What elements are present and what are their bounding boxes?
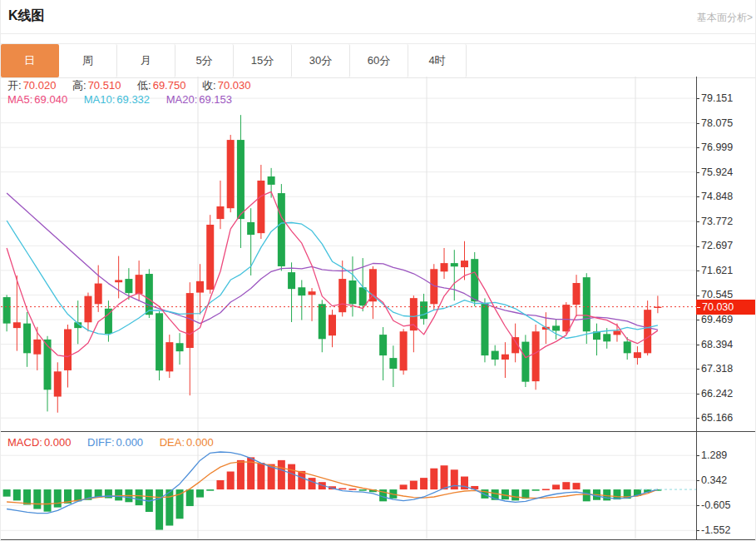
macd-bar bbox=[298, 471, 305, 489]
candle-body bbox=[176, 343, 184, 351]
candle-body bbox=[481, 303, 488, 355]
ma5-value: 69.040 bbox=[34, 93, 67, 106]
pane-divider bbox=[1, 431, 755, 432]
axis-tick-label: 75.924 bbox=[696, 166, 733, 179]
macd-bar bbox=[583, 489, 590, 501]
candle-body bbox=[216, 206, 224, 219]
tab-4hour[interactable]: 4时 bbox=[408, 44, 467, 77]
macd-bar bbox=[338, 488, 346, 489]
candle-body bbox=[237, 140, 245, 219]
macd-bar bbox=[54, 489, 62, 508]
axis-tick-label: -1.552 bbox=[696, 524, 730, 537]
kline-canvas[interactable] bbox=[1, 77, 696, 540]
candle-body bbox=[562, 305, 570, 331]
candle-body bbox=[247, 222, 254, 235]
macd-bar bbox=[348, 489, 356, 490]
candle-body bbox=[451, 263, 458, 266]
macd-bar bbox=[196, 489, 204, 498]
axis-tick-label: -0.605 bbox=[696, 499, 730, 512]
candle-body bbox=[521, 342, 529, 382]
candle-body bbox=[125, 279, 132, 293]
candle-body bbox=[54, 371, 62, 396]
macd-bar bbox=[288, 464, 295, 489]
candle-body bbox=[441, 263, 448, 271]
diff-label: DIFF: bbox=[87, 436, 115, 449]
candle-body bbox=[3, 297, 11, 324]
current-price-value: 70.030 bbox=[702, 301, 734, 313]
macd-bar bbox=[115, 489, 122, 500]
axis-tick-label: 71.621 bbox=[696, 264, 733, 277]
macd-bar bbox=[441, 465, 448, 489]
kline-widget: K线图 基本面分析> 日 周 月 5分 15分 30分 60分 4时 开:70.… bbox=[0, 0, 756, 541]
candle-body bbox=[44, 340, 52, 390]
candle-body bbox=[206, 225, 214, 290]
candle-body bbox=[348, 280, 356, 304]
high-value: 70.510 bbox=[88, 79, 121, 92]
axis-tick-label: 1.289 bbox=[696, 449, 727, 462]
macd-bar bbox=[166, 489, 173, 525]
macd-bar bbox=[3, 489, 11, 497]
low-label: 低: bbox=[137, 79, 151, 92]
current-price-badge: 70.030 bbox=[696, 300, 756, 315]
macd-bar bbox=[186, 489, 194, 506]
tab-60min[interactable]: 60分 bbox=[350, 44, 408, 77]
open-label: 开: bbox=[7, 79, 22, 92]
candle-body bbox=[400, 331, 408, 370]
axis-tick-label: 72.697 bbox=[696, 239, 733, 252]
candle-body bbox=[624, 341, 631, 353]
macd-bar bbox=[410, 481, 418, 489]
candle-body bbox=[634, 352, 641, 358]
candle-body bbox=[573, 283, 581, 305]
axis-tick-label: 66.242 bbox=[696, 387, 733, 400]
dea-line bbox=[7, 462, 658, 504]
macd-bar bbox=[13, 489, 21, 500]
tab-30min[interactable]: 30分 bbox=[292, 44, 350, 77]
ohlc-info: 开:70.020 高:70.510 低:69.750 收:70.030 bbox=[7, 78, 252, 93]
candle-body bbox=[379, 335, 387, 355]
candle-body bbox=[156, 313, 163, 370]
macd-bar bbox=[156, 489, 163, 530]
macd-bar bbox=[237, 460, 245, 489]
dea-value: 0.000 bbox=[186, 436, 214, 449]
page-title: K线图 bbox=[8, 7, 45, 25]
macd-bar bbox=[359, 489, 367, 491]
candle-body bbox=[278, 193, 285, 266]
period-tabs: 日 周 月 5分 15分 30分 60分 4时 bbox=[1, 43, 755, 78]
candle-body bbox=[532, 331, 540, 381]
tab-5min[interactable]: 5分 bbox=[175, 44, 234, 77]
candle-body bbox=[502, 355, 509, 360]
tab-15min[interactable]: 15分 bbox=[234, 44, 292, 77]
candle-body bbox=[13, 322, 21, 328]
axis-tick-label: 0.342 bbox=[696, 474, 727, 487]
ma10-label: MA10: bbox=[84, 93, 116, 106]
candle-body bbox=[389, 358, 397, 369]
candle-body bbox=[33, 340, 41, 355]
candle-body bbox=[613, 330, 620, 335]
candle-body bbox=[268, 176, 275, 185]
candle-body bbox=[136, 275, 143, 294]
macd-bar bbox=[309, 478, 316, 489]
tab-week[interactable]: 周 bbox=[59, 44, 117, 77]
diff-line bbox=[7, 452, 658, 514]
candle-body bbox=[461, 261, 468, 267]
candle-body bbox=[298, 287, 305, 295]
axis-tick-label: 76.999 bbox=[696, 141, 733, 154]
macd-bar bbox=[511, 489, 519, 500]
macd-bar bbox=[216, 480, 224, 489]
macd-bar bbox=[562, 482, 570, 489]
tab-month[interactable]: 月 bbox=[117, 44, 175, 77]
axis-tick-label: 65.166 bbox=[696, 411, 733, 424]
macd-bar bbox=[542, 489, 550, 490]
header-divider bbox=[1, 33, 755, 34]
axis-tick-label: 73.772 bbox=[696, 215, 733, 228]
candle-body bbox=[492, 351, 499, 360]
ma-info: MA5:69.040 MA10:69.332 MA20:69.153 bbox=[7, 93, 234, 106]
macd-bar bbox=[33, 489, 41, 509]
candle-body bbox=[64, 330, 72, 370]
tab-day[interactable]: 日 bbox=[1, 44, 59, 77]
candle-body bbox=[146, 274, 153, 315]
candle-body bbox=[166, 342, 173, 371]
ma5-label: MA5: bbox=[7, 93, 32, 106]
macd-bar bbox=[532, 489, 540, 491]
low-value: 69.750 bbox=[153, 79, 186, 92]
